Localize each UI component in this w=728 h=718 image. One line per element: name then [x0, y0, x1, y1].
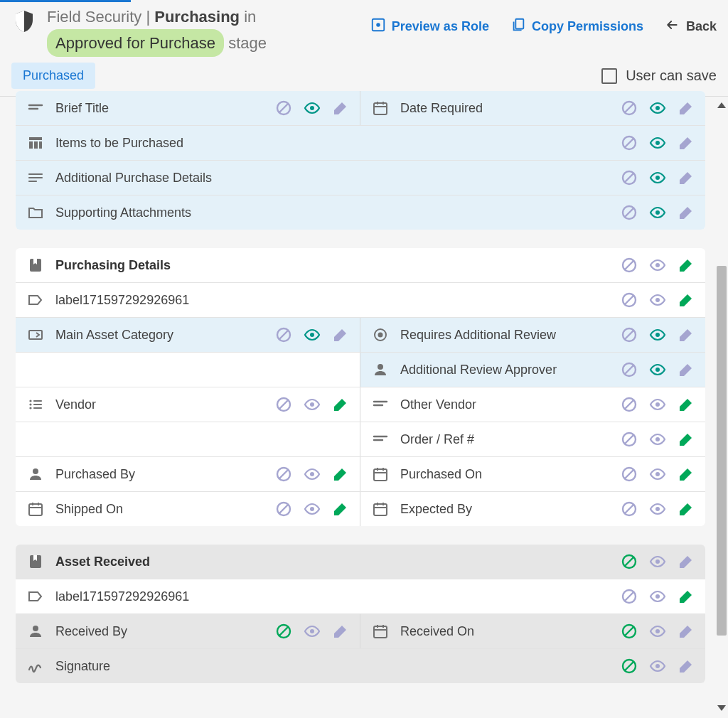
- card: Purchasing Details label171597292926961 …: [16, 248, 705, 526]
- card: Asset Received label171597292926961 Rece…: [16, 545, 705, 683]
- edit-button[interactable]: [677, 430, 695, 449]
- field-label: Shipped On: [55, 502, 274, 517]
- view-button[interactable]: [648, 168, 667, 187]
- edit-button[interactable]: [331, 465, 350, 483]
- block-button[interactable]: [274, 326, 293, 344]
- block-button[interactable]: [620, 134, 638, 152]
- view-button[interactable]: [648, 552, 667, 571]
- edit-button[interactable]: [331, 99, 350, 117]
- scroll-up-icon: [717, 102, 726, 108]
- view-button[interactable]: [648, 99, 667, 117]
- block-button[interactable]: [620, 99, 638, 117]
- block-button[interactable]: [274, 500, 293, 518]
- block-button[interactable]: [620, 552, 638, 571]
- edit-button[interactable]: [677, 168, 695, 187]
- view-button[interactable]: [648, 500, 667, 518]
- field-row: Additional Review Approver: [16, 353, 705, 387]
- view-button[interactable]: [648, 587, 667, 606]
- svg-point-1: [376, 23, 380, 27]
- block-button[interactable]: [274, 465, 293, 483]
- field-label: label171597292926961: [55, 293, 620, 308]
- edit-button[interactable]: [677, 622, 695, 641]
- field-row: Brief Title Date Required: [16, 91, 705, 126]
- title-stage-suffix: stage: [224, 34, 267, 52]
- view-button[interactable]: [303, 622, 321, 641]
- edit-button[interactable]: [331, 622, 350, 641]
- block-button[interactable]: [620, 168, 638, 187]
- block-button[interactable]: [620, 500, 638, 518]
- edit-button[interactable]: [331, 326, 350, 344]
- view-button[interactable]: [648, 360, 667, 379]
- purchased-chip[interactable]: Purchased: [11, 63, 95, 89]
- block-button[interactable]: [274, 395, 293, 414]
- edit-button[interactable]: [677, 552, 695, 571]
- preview-as-role-button[interactable]: Preview as Role: [370, 17, 489, 36]
- scroll-thumb[interactable]: [717, 266, 727, 636]
- block-button[interactable]: [620, 360, 638, 379]
- folder-icon: [16, 204, 55, 221]
- block-button[interactable]: [620, 291, 638, 309]
- long-text-icon: [16, 169, 55, 186]
- short-text-icon: [360, 396, 400, 413]
- edit-button[interactable]: [677, 99, 695, 117]
- block-button[interactable]: [274, 99, 293, 117]
- view-button[interactable]: [303, 465, 321, 483]
- edit-button[interactable]: [677, 500, 695, 518]
- edit-button[interactable]: [677, 465, 695, 483]
- user-can-save-checkbox[interactable]: User can save: [601, 68, 717, 84]
- edit-button[interactable]: [677, 134, 695, 152]
- shield-icon: [11, 9, 37, 37]
- person-icon: [360, 361, 400, 378]
- view-button[interactable]: [648, 326, 667, 344]
- view-button[interactable]: [648, 465, 667, 483]
- field-label: Expected By: [400, 502, 620, 517]
- block-button[interactable]: [620, 203, 638, 222]
- edit-button[interactable]: [677, 587, 695, 606]
- block-button[interactable]: [620, 622, 638, 641]
- list-icon: [16, 396, 55, 413]
- view-button[interactable]: [303, 395, 321, 414]
- edit-button[interactable]: [331, 500, 350, 518]
- view-button[interactable]: [648, 395, 667, 414]
- view-button[interactable]: [648, 430, 667, 449]
- field-label: Requires Additional Review: [400, 328, 620, 343]
- field-row: Vendor Other Vendor: [16, 387, 705, 422]
- svg-rect-2: [515, 19, 523, 29]
- edit-button[interactable]: [677, 395, 695, 414]
- edit-button[interactable]: [677, 360, 695, 379]
- block-button[interactable]: [274, 622, 293, 641]
- checkbox-icon: [601, 68, 617, 84]
- view-button[interactable]: [648, 657, 667, 675]
- view-button[interactable]: [648, 203, 667, 222]
- edit-button[interactable]: [677, 326, 695, 344]
- edit-button[interactable]: [677, 657, 695, 675]
- back-button[interactable]: Back: [665, 18, 717, 36]
- block-button[interactable]: [620, 587, 638, 606]
- edit-button[interactable]: [677, 291, 695, 309]
- field-row: Supporting Attachments: [16, 195, 705, 230]
- view-button[interactable]: [648, 291, 667, 309]
- edit-button[interactable]: [677, 203, 695, 222]
- view-button[interactable]: [303, 326, 321, 344]
- block-button[interactable]: [620, 465, 638, 483]
- view-button[interactable]: [648, 622, 667, 641]
- block-button[interactable]: [620, 395, 638, 414]
- edit-button[interactable]: [331, 395, 350, 414]
- field-label: Purchased On: [400, 467, 620, 482]
- view-button[interactable]: [303, 500, 321, 518]
- copy-permissions-button[interactable]: Copy Permissions: [510, 17, 643, 36]
- block-button[interactable]: [620, 430, 638, 449]
- view-button[interactable]: [648, 134, 667, 152]
- field-row: Shipped On Expected By: [16, 492, 705, 526]
- edit-button[interactable]: [677, 256, 695, 274]
- block-button[interactable]: [620, 326, 638, 344]
- block-button[interactable]: [620, 256, 638, 274]
- field-label: Additional Purchase Details: [55, 171, 620, 186]
- view-button[interactable]: [648, 256, 667, 274]
- person-icon: [16, 623, 55, 640]
- stage-pill: Approved for Purchase: [47, 29, 224, 57]
- block-button[interactable]: [620, 657, 638, 675]
- scrollbar[interactable]: [717, 91, 727, 715]
- card: Brief Title Date Required Items to be Pu…: [16, 91, 705, 230]
- view-button[interactable]: [303, 99, 321, 117]
